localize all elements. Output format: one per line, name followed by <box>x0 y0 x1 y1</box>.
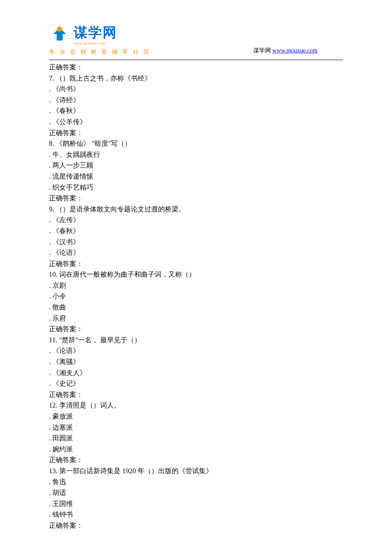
question-option: . 《公羊传》 <box>49 116 343 127</box>
question-block: 9. （）是语录体散文向专题论文过渡的桥梁。 . 《左传》 . 《春秋》 . 《… <box>49 204 343 269</box>
answer-label: 正确答案： <box>49 520 343 531</box>
question-option: . 钱钟书 <box>49 509 343 520</box>
answer-label: 正确答案： <box>49 454 343 465</box>
question-option: . 《春秋》 <box>49 105 343 116</box>
question-text: 7. （）既上古之书，亦称《书经》 <box>49 73 343 84</box>
question-option: . 《左传》 <box>49 214 343 225</box>
question-text: 9. （）是语录体散文向专题论文过渡的桥梁。 <box>49 204 343 215</box>
answer-label: 正确答案： <box>49 127 343 139</box>
question-text: 12. 李清照是（）词人。 <box>49 400 343 411</box>
header-right: 谋学网 www.mouxue.com <box>253 46 317 55</box>
question-block: 7. （）既上古之书，亦称《书经》 . 《尚书》 . 《诗经》 . 《春秋》 .… <box>49 73 343 139</box>
question-text: 11. "楚辞"一名， 最早见于（） <box>49 335 343 346</box>
logo-text-block: 谋学网 www.mouxue.com <box>74 26 117 46</box>
answer-label: 正确答案： <box>49 324 343 335</box>
question-block: 11. "楚辞"一名， 最早见于（） . 《论语》 . 《离骚》 . 《湘夫人》… <box>49 335 343 400</box>
question-option: . 《湘夫人》 <box>49 367 343 379</box>
question-option: . 鲁迅 <box>49 477 343 488</box>
question-option: . 织女手艺精巧 <box>49 182 343 193</box>
question-block: 8. 《鹊桥仙》 "暗度"写（） . 牛、女踽踽夜行 . 两人一步三顾 . 流星… <box>49 138 343 204</box>
question-text: 8. 《鹊桥仙》 "暗度"写（） <box>49 138 343 149</box>
answer-label: 正确答案： <box>49 62 343 73</box>
question-option: . 婉约派 <box>49 444 343 455</box>
question-block: 13. 第一部白话新诗集是 1920 年（）出版的《尝试集》 . 鲁迅 . 胡适… <box>49 465 343 531</box>
question-text: 10. 词在唐代一般被称为曲子和曲子词，又称（） <box>49 269 343 280</box>
document-content: 正确答案： 7. （）既上古之书，亦称《书经》 . 《尚书》 . 《诗经》 . … <box>0 60 392 531</box>
answer-label: 正确答案： <box>49 258 343 269</box>
question-block: 12. 李清照是（）词人。 . 豪放派 . 边塞派 . 田园派 . 婉约派 正确… <box>49 400 343 465</box>
question-option: . 《诗经》 <box>49 95 343 106</box>
question-option: . 《论语》 <box>49 345 343 356</box>
answer-label: 正确答案： <box>49 193 343 204</box>
question-option: . 小令 <box>49 291 343 302</box>
question-option: . 《汉书》 <box>49 237 343 248</box>
question-option: . 王国维 <box>49 498 343 509</box>
logo-name: 谋学网 <box>74 26 117 39</box>
question-option: . 牛、女踽踽夜行 <box>49 149 343 160</box>
logo-icon <box>49 26 70 43</box>
question-option: . 京剧 <box>49 280 343 291</box>
question-option: . 两人一步三顾 <box>49 160 343 171</box>
question-block: 10. 词在唐代一般被称为曲子和曲子词，又称（） . 京剧 . 小令 . 散曲 … <box>49 269 343 335</box>
page-header: 谋学网 www.mouxue.com 专 业 远 程 教 育 辅 导 社 区 谋… <box>0 0 392 60</box>
question-option: . 《史记》 <box>49 378 343 389</box>
logo-container: 谋学网 www.mouxue.com <box>49 26 343 46</box>
question-option: . 散曲 <box>49 302 343 313</box>
answer-label: 正确答案： <box>49 389 343 400</box>
header-site-link[interactable]: www.mouxue.com <box>272 47 317 54</box>
question-option: . 《离骚》 <box>49 356 343 367</box>
question-text: 13. 第一部白话新诗集是 1920 年（）出版的《尝试集》 <box>49 465 343 477</box>
question-option: . 流星传递情愫 <box>49 171 343 182</box>
question-option: . 田园派 <box>49 433 343 444</box>
question-option: . 胡适 <box>49 487 343 498</box>
header-site-name: 谋学网 <box>253 47 271 54</box>
question-option: . 《尚书》 <box>49 84 343 95</box>
question-option: . 乐府 <box>49 313 343 324</box>
question-option: . 《论语》 <box>49 247 343 258</box>
question-option: . 豪放派 <box>49 411 343 422</box>
question-option: . 《春秋》 <box>49 225 343 237</box>
question-option: . 边塞派 <box>49 422 343 433</box>
logo-url: www.mouxue.com <box>74 40 117 46</box>
